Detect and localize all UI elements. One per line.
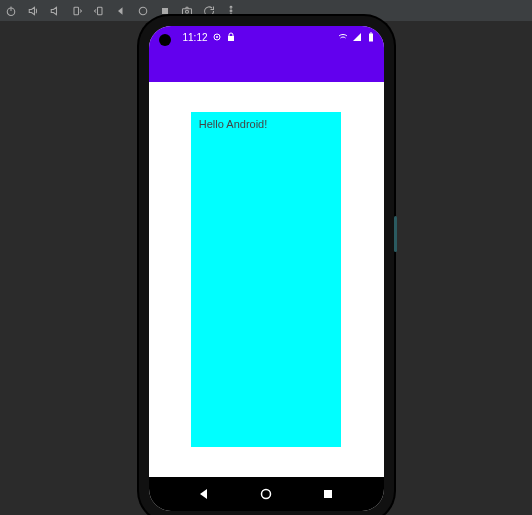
svg-rect-19 [324, 490, 332, 498]
system-nav-bar [149, 477, 384, 511]
svg-rect-6 [183, 8, 192, 14]
device-frame: 11:12 Hello Android! [139, 16, 394, 515]
nav-back-icon[interactable] [197, 487, 211, 501]
status-left: 11:12 [183, 32, 236, 43]
settings-dot-icon [212, 32, 222, 42]
svg-rect-2 [98, 7, 103, 15]
svg-point-9 [230, 10, 232, 12]
cyan-container: Hello Android! [191, 112, 341, 448]
home-icon[interactable] [136, 4, 150, 18]
svg-point-10 [230, 13, 232, 15]
app-content: Hello Android! [149, 82, 384, 477]
status-right [338, 32, 376, 42]
emulator-stage: 11:12 Hello Android! [0, 22, 532, 515]
status-time: 11:12 [183, 32, 208, 43]
device-screen: 11:12 Hello Android! [149, 26, 384, 511]
nav-recent-icon[interactable] [321, 487, 335, 501]
rotate-left-icon[interactable] [70, 4, 84, 18]
camera-punch-hole [159, 34, 171, 46]
power-icon[interactable] [4, 4, 18, 18]
greeting-text: Hello Android! [199, 118, 333, 130]
nav-home-icon[interactable] [259, 487, 273, 501]
volume-up-icon[interactable] [26, 4, 40, 18]
svg-rect-13 [228, 36, 234, 41]
svg-point-4 [139, 7, 147, 15]
svg-rect-15 [369, 34, 373, 42]
svg-marker-14 [353, 33, 361, 41]
signal-icon [352, 32, 362, 42]
rotate-right-icon[interactable] [92, 4, 106, 18]
lock-icon [226, 32, 236, 42]
svg-point-12 [216, 36, 218, 38]
svg-point-7 [186, 10, 189, 13]
svg-marker-3 [118, 7, 123, 15]
status-bar: 11:12 [149, 26, 384, 48]
app-action-bar [149, 48, 384, 82]
svg-point-8 [230, 6, 232, 8]
svg-marker-17 [200, 489, 207, 499]
svg-rect-1 [74, 7, 79, 15]
back-icon[interactable] [114, 4, 128, 18]
battery-icon [366, 32, 376, 42]
svg-rect-5 [162, 8, 168, 14]
wifi-icon [338, 32, 348, 42]
svg-rect-16 [370, 33, 372, 34]
svg-point-18 [262, 490, 271, 499]
volume-down-icon[interactable] [48, 4, 62, 18]
